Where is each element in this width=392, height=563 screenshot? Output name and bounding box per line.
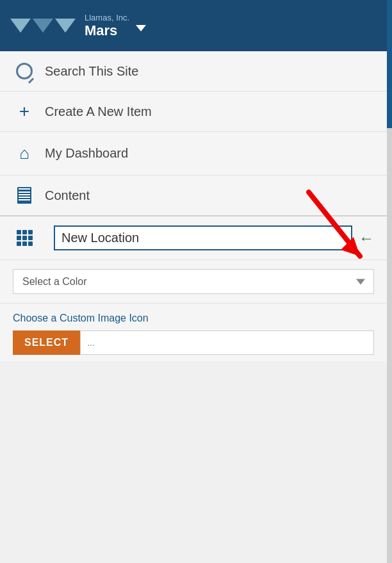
logo-triangles xyxy=(10,19,76,33)
enter-icon[interactable]: ← xyxy=(359,229,374,247)
color-select[interactable]: Select a Color Red Blue Green Yellow Ora… xyxy=(13,269,374,294)
grid-dot xyxy=(22,236,27,240)
main-menu: Search This Site Create A New Item ⌂ My … xyxy=(0,51,387,361)
grid-dot xyxy=(28,236,33,240)
content-label: Content xyxy=(45,188,90,203)
app-header: Llamas, Inc. Mars xyxy=(0,0,392,51)
document-icon xyxy=(13,187,36,204)
site-dropdown-arrow[interactable] xyxy=(136,25,146,31)
logo-tri-1 xyxy=(10,19,31,33)
search-icon xyxy=(13,63,36,79)
grid-dot xyxy=(22,230,27,234)
custom-image-section: Choose a Custom Image Icon SELECT xyxy=(0,304,387,361)
grid-dot xyxy=(17,241,21,246)
select-file-row: SELECT xyxy=(13,330,374,355)
new-location-input[interactable] xyxy=(54,225,352,250)
grid-icon xyxy=(13,230,36,246)
grid-dot xyxy=(28,230,33,234)
color-select-wrapper: Select a Color Red Blue Green Yellow Ora… xyxy=(13,269,374,294)
logo-icon xyxy=(10,19,76,33)
dashboard-label: My Dashboard xyxy=(45,146,128,161)
plus-icon xyxy=(13,103,36,120)
custom-image-label: Choose a Custom Image Icon xyxy=(13,313,374,324)
color-select-row: Select a Color Red Blue Green Yellow Ora… xyxy=(0,260,387,304)
header-text: Llamas, Inc. Mars xyxy=(85,13,129,39)
grid-dot xyxy=(28,241,33,246)
grid-dot xyxy=(17,236,21,240)
home-icon: ⌂ xyxy=(13,143,36,163)
menu-item-search[interactable]: Search This Site xyxy=(0,51,387,92)
create-label: Create A New Item xyxy=(45,104,152,119)
grid-dot xyxy=(17,230,21,234)
company-name: Llamas, Inc. xyxy=(85,13,129,22)
site-name: Mars xyxy=(85,22,129,39)
search-label: Search This Site xyxy=(45,64,138,79)
file-path-input[interactable] xyxy=(80,330,374,355)
scrollbar-thumb[interactable] xyxy=(387,51,392,128)
menu-item-dashboard[interactable]: ⌂ My Dashboard xyxy=(0,132,387,175)
menu-item-create[interactable]: Create A New Item xyxy=(0,92,387,132)
logo-tri-3 xyxy=(55,19,76,33)
grid-dot xyxy=(22,241,27,246)
logo-tri-2 xyxy=(33,19,53,33)
menu-item-content[interactable]: Content xyxy=(0,175,387,216)
new-location-row: ← xyxy=(0,216,387,260)
select-file-button[interactable]: SELECT xyxy=(13,330,80,355)
header-right-border xyxy=(387,0,392,51)
